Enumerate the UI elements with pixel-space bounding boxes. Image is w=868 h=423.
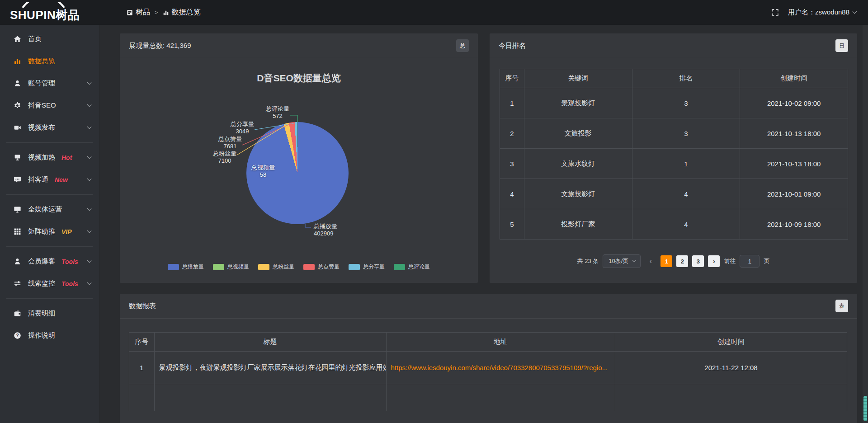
sidebar-item-account-manage[interactable]: 账号管理 [0,72,99,94]
video-heat-icon [13,154,22,161]
sidebar-divider [6,142,93,143]
breadcrumb-root-label: 树品 [136,8,150,17]
sidebar-item-data-overview[interactable]: 数据总览 [0,50,99,72]
legend-swatch [303,264,315,270]
chevron-down-icon [632,258,636,262]
legend-item[interactable]: 总粉丝量 [258,263,294,271]
sidebar-item-label: 会员爆客 [28,257,55,266]
table-row [129,384,847,411]
breadcrumb: 树品 > 数据总览 [127,8,201,17]
goto-label: 前往 [724,257,736,265]
column-header: 创建时间 [615,333,847,352]
chevron-down-icon [87,207,92,211]
legend-item[interactable]: 总视频量 [213,263,249,271]
page-button-2[interactable]: 2 [676,255,688,267]
page-button-1[interactable]: 1 [660,255,672,267]
table-cell: 4 [632,179,740,209]
legend-item[interactable]: 总播放量 [168,263,204,271]
topbar-right: 用户名：zswodun88 [771,8,868,17]
table-cell [129,384,155,411]
page-button-3[interactable]: 3 [692,255,704,267]
legend-item[interactable]: 总点赞量 [303,263,340,271]
table-view-button[interactable]: 表 [835,300,848,312]
ranking-panel: 今日排名 日 序号关键词排名创建时间 1景观投影灯32021-10-02 09:… [490,33,857,283]
table-cell: 1 [632,149,740,179]
sidebar-item-douketong[interactable]: 抖客通New [0,169,99,191]
chevron-down-icon [87,125,92,129]
total-view-button[interactable]: 总 [456,39,469,52]
expense-detail-icon [13,310,22,317]
next-page-button[interactable]: › [708,255,720,267]
table-header-row: 序号标题地址创建时间 [129,333,847,352]
sidebar-item-expense-detail[interactable]: 消费明细 [0,302,99,324]
table-cell: 2021-10-09 18:00 [740,209,848,240]
account-manage-icon [13,80,22,87]
sidebar-item-matrix-boost[interactable]: 矩阵助推VIP [0,221,99,243]
table-cell: 4 [632,209,740,240]
username-dropdown[interactable]: 用户名：zswodun88 [788,8,856,17]
legend-item[interactable]: 总分享量 [349,263,385,271]
data-overview-icon [13,57,22,65]
page-size-select[interactable]: 10条/页 [603,254,641,268]
ranking-panel-title: 今日排名 [499,42,526,50]
table-cell: 投影灯厂家 [524,209,632,240]
legend-swatch [394,264,405,270]
pie-chart-area: D音SEO数据量总览 总评论量572 总分享量3049 总点赞量7681 [120,58,478,282]
sidebar-item-video-heat[interactable]: 视频加热Hot [0,146,99,169]
sidebar-item-label: 操作说明 [28,331,55,340]
goto-page-input[interactable] [740,255,760,268]
page-size-value: 10条/页 [609,257,628,265]
table-cell: 5 [500,209,524,240]
sidebar-item-douyin-seo[interactable]: 抖音SEO [0,94,99,117]
report-panel: 数据报表 表 序号标题地址创建时间 1景观投影灯，夜游景观投影灯厂家展示展示落花… [120,294,857,423]
table-cell: 2 [500,118,524,149]
table-cell: 1 [129,352,155,384]
chevron-down-icon [87,177,92,181]
sidebar-item-label: 消费明细 [28,309,55,318]
sidebar-item-clue-monitor[interactable]: 线索监控Tools [0,273,99,295]
sidebar-item-member-baoke[interactable]: 会员爆客Tools [0,250,99,273]
sidebar-divider [6,194,93,195]
legend-label: 总分享量 [363,263,385,271]
day-view-button[interactable]: 日 [835,39,848,52]
sidebar-item-home[interactable]: 首页 [0,28,99,50]
sidebar-item-video-publish[interactable]: 视频发布 [0,117,99,139]
sidebar-item-help[interactable]: ?操作说明 [0,324,99,347]
scrollbar[interactable] [863,25,868,423]
video-publish-icon [13,124,22,132]
table-header-row: 序号关键词排名创建时间 [500,69,848,88]
clue-monitor-icon [13,280,22,287]
chevron-down-icon [853,9,857,14]
pie-label-comments: 总评论量572 [260,105,295,120]
table-cell: 文旅投影灯 [524,179,632,209]
sidebar: 首页数据总览账号管理抖音SEO视频发布视频加热Hot抖客通New全媒体运营矩阵助… [0,25,99,423]
pie-label-plays: 总播放量402909 [314,223,355,237]
table-cell: 3 [632,118,740,149]
breadcrumb-root[interactable]: 树品 [127,8,150,17]
report-link[interactable]: https://www.iesdouyin.com/share/video/70… [391,364,608,371]
fullscreen-icon[interactable] [771,9,779,16]
table-row: 5投影灯厂家42021-10-09 18:00 [500,209,848,240]
table-row: 2文旅投影32021-10-13 18:00 [500,118,848,149]
sidebar-item-label: 视频发布 [28,123,55,132]
sidebar-item-media-operation[interactable]: 全媒体运营 [0,198,99,221]
breadcrumb-current[interactable]: 数据总览 [163,8,201,17]
table-cell: 文旅水纹灯 [524,149,632,179]
prev-page-button[interactable]: ‹ [645,255,656,267]
table-cell: 景观投影灯 [524,88,632,118]
table-row: 4文旅投影灯42021-10-01 09:00 [500,179,848,209]
top-bar: SHUPIN树品 树品 > 数据总览 用户名：zswodun88 [0,0,868,25]
table-row: 3文旅水纹灯12021-10-13 18:00 [500,149,848,179]
ranking-table: 序号关键词排名创建时间 1景观投影灯32021-10-02 09:002文旅投影… [500,69,848,240]
sidebar-item-label: 抖音SEO [28,101,56,110]
main-content: 抖音seo数据全媒体运营数据询盘数据 展现量总数: 421,369 总 D音SE… [99,0,868,423]
sidebar-divider [6,298,93,299]
legend-label: 总播放量 [182,263,204,271]
table-cell: 1 [500,88,524,118]
douyin-seo-icon [13,102,22,109]
overview-panel-title: 展现量总数: 421,369 [129,42,191,50]
scrollbar-thumb[interactable] [863,396,867,421]
legend-item[interactable]: 总评论量 [394,263,430,271]
pie-label-shares: 总分享量3049 [225,121,260,135]
badge-vip: VIP [61,228,72,235]
